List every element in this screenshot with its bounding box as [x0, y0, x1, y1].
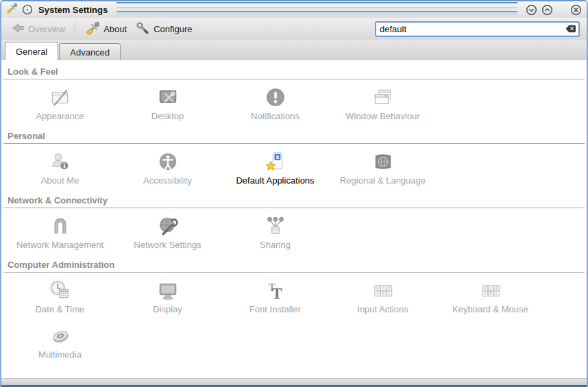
toolbar-separator: [75, 22, 75, 36]
section-divider: [3, 143, 585, 144]
item-desktop[interactable]: Desktop: [114, 82, 221, 127]
section-look-and-feel: Look & FeelAppearanceDesktopNotification…: [1, 66, 587, 127]
appearance-icon: [49, 86, 72, 109]
close-button[interactable]: [569, 3, 582, 16]
multimedia-icon: [49, 324, 72, 347]
item-network-settings[interactable]: Network Settings: [114, 211, 221, 256]
minimize-button[interactable]: [525, 3, 537, 16]
item-label: Input Actions: [357, 304, 408, 314]
section-grid: Date & TimeDisplayFont InstallerInput Ac…: [1, 275, 587, 366]
wrench-icon: [135, 21, 150, 38]
section-divider: [3, 272, 585, 273]
date-time-icon: [49, 279, 72, 302]
notifications-icon: [264, 86, 287, 109]
item-label: Desktop: [151, 111, 184, 121]
network-management-icon: [49, 214, 72, 238]
section-header: Network & Connectivity: [8, 195, 587, 205]
item-label: Keyboard & Mouse: [452, 304, 528, 314]
item-date-and-time[interactable]: Date & Time: [6, 275, 114, 321]
item-about-me[interactable]: About Me: [6, 147, 114, 192]
section-personal: PersonalAbout MeAccessibilityDefault App…: [1, 131, 587, 192]
configure-button[interactable]: Configure: [131, 19, 196, 39]
item-sharing[interactable]: Sharing: [221, 211, 329, 256]
section-divider: [3, 208, 585, 208]
item-label: Notifications: [251, 111, 299, 121]
item-notifications[interactable]: Notifications: [221, 82, 329, 127]
section-header: Personal: [8, 131, 587, 141]
input-actions-icon: [371, 279, 395, 302]
item-label: Font Installer: [249, 304, 301, 314]
item-multimedia[interactable]: Multimedia: [6, 321, 114, 366]
item-regional-and-language[interactable]: Regional & Language: [329, 147, 437, 192]
section-grid: Network ManagementNetwork SettingsSharin…: [1, 211, 587, 256]
crossed-tools-icon: [85, 21, 100, 38]
item-label: Sharing: [260, 240, 291, 250]
network-settings-icon: [156, 214, 180, 238]
item-display[interactable]: Display: [114, 275, 221, 321]
tab-general[interactable]: General: [5, 42, 58, 60]
item-appearance[interactable]: Appearance: [6, 82, 114, 127]
item-label: Regional & Language: [340, 175, 426, 186]
item-label: Date & Time: [36, 304, 85, 314]
section-header: Look & Feel: [8, 66, 587, 77]
window-title: System Settings: [37, 5, 109, 15]
font-installer-icon: [264, 279, 287, 302]
tab-advanced[interactable]: Advanced: [59, 43, 121, 60]
item-network-management[interactable]: Network Management: [6, 211, 114, 256]
item-label: Multimedia: [38, 349, 82, 360]
regional-language-icon: [371, 150, 395, 173]
section-header: Computer Administration: [8, 260, 587, 270]
item-label: Network Management: [16, 240, 103, 250]
accessibility-icon: [156, 150, 180, 173]
section-computer-administration: Computer AdministrationDate & TimeDispla…: [1, 260, 587, 366]
item-label: Default Applications: [236, 175, 314, 186]
default-applications-icon: [264, 150, 287, 173]
maximize-button[interactable]: [541, 3, 553, 16]
about-label: About: [103, 24, 127, 34]
item-label: Accessibility: [143, 175, 192, 186]
section-grid: About MeAccessibilityDefault Application…: [1, 147, 587, 192]
item-label: Appearance: [36, 111, 84, 121]
section-network-and-connectivity: Network & ConnectivityNetwork Management…: [1, 195, 587, 256]
back-arrow-icon: [11, 22, 25, 36]
item-keyboard-and-mouse[interactable]: Keyboard & Mouse: [437, 275, 544, 321]
clear-search-icon[interactable]: [565, 25, 576, 33]
tab-bar: GeneralAdvanced: [1, 40, 587, 60]
item-label: About Me: [41, 175, 79, 186]
keyboard-mouse-icon: [479, 279, 502, 302]
item-window-behaviour[interactable]: Window Behaviour: [329, 82, 437, 127]
desktop-icon: [156, 86, 180, 109]
section-divider: [3, 79, 585, 79]
titlebar-stripes: [117, 1, 517, 18]
item-input-actions[interactable]: Input Actions: [329, 275, 437, 321]
system-settings-app-icon: [6, 3, 18, 17]
search-box: [375, 21, 580, 37]
item-label: Network Settings: [134, 240, 201, 250]
item-accessibility[interactable]: Accessibility: [114, 147, 221, 192]
item-font-installer[interactable]: Font Installer: [221, 275, 329, 321]
about-button[interactable]: About: [81, 19, 131, 39]
system-settings-window: System Settings: [0, 0, 588, 387]
window-menu-icon[interactable]: [21, 3, 34, 16]
sharing-icon: [264, 214, 287, 238]
overview-label: Overview: [28, 24, 65, 34]
toolbar: Overview About Configu: [1, 18, 587, 40]
display-icon: [156, 279, 180, 302]
search-input[interactable]: [375, 21, 580, 37]
item-label: Window Behaviour: [345, 111, 419, 121]
settings-sections: Look & FeelAppearanceDesktopNotification…: [1, 60, 587, 378]
section-grid: AppearanceDesktopNotificationsWindow Beh…: [1, 82, 587, 127]
status-bar: [1, 378, 587, 385]
item-default-applications[interactable]: Default Applications: [221, 147, 329, 192]
overview-button[interactable]: Overview: [7, 21, 69, 38]
window-behaviour-icon: [371, 86, 395, 109]
about-me-icon: [49, 150, 72, 173]
titlebar[interactable]: System Settings: [1, 1, 587, 18]
item-label: Display: [153, 304, 182, 314]
configure-label: Configure: [154, 24, 192, 34]
